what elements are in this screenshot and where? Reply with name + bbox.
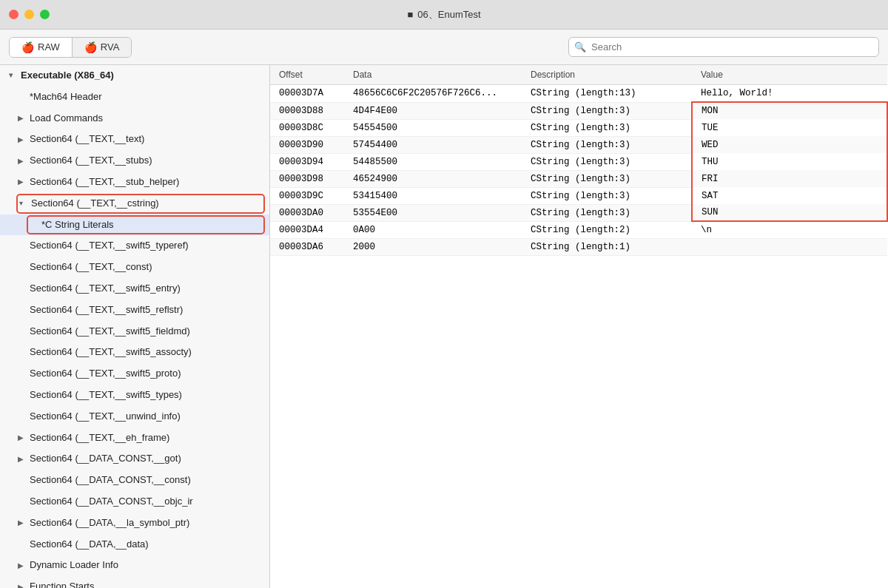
col-header-description: Description (522, 65, 692, 85)
data-table: Offset Data Description Value 00003D7A48… (270, 65, 888, 256)
cell-offset: 00003D90 (270, 136, 344, 153)
sidebar-item-section64-text-swift5-proto[interactable]: Section64 (__TEXT,__swift5_proto) (0, 363, 269, 385)
table-row[interactable]: 00003D9057454400CString (length:3)WED (270, 136, 887, 153)
cell-offset: 00003D8C (270, 119, 344, 136)
cell-description: CString (length:3) (522, 136, 692, 153)
minimize-button[interactable] (24, 10, 34, 19)
table-row[interactable]: 00003D9454485500CString (length:3)THU (270, 153, 887, 170)
sidebar-item-label: Section64 (__TEXT,__text) (30, 132, 144, 147)
table-row[interactable]: 00003DA40A00CString (length:2)\n (270, 221, 887, 239)
tab-rva[interactable]: 🍎 RVA (73, 38, 132, 57)
table-row[interactable]: 00003D884D4F4E00CString (length:3)MON (270, 102, 887, 119)
chevron-icon: ▶ (18, 176, 27, 188)
title-bar: ■ 06、EnumTest (0, 0, 888, 30)
chevron-icon: ▶ (18, 517, 27, 529)
sidebar-item-label: Section64 (__DATA,__la_symbol_ptr) (30, 516, 189, 531)
sidebar: ▾Executable (X86_64)*Mach64 Header▶Load … (0, 65, 270, 588)
sidebar-item-section64-text-swift5-reflstr[interactable]: Section64 (__TEXT,__swift5_reflstr) (0, 300, 269, 321)
sidebar-item-label: Section64 (__DATA_CONST,__objc_ir (30, 494, 193, 510)
close-button[interactable] (9, 10, 18, 19)
sidebar-item-label: *Mach64 Header (30, 89, 102, 105)
sidebar-item-section64-text-swift5-types[interactable]: Section64 (__TEXT,__swift5_types) (0, 385, 269, 406)
main-content: ▾Executable (X86_64)*Mach64 Header▶Load … (0, 65, 888, 588)
sidebar-item-section64-data-data[interactable]: Section64 (__DATA,__data) (0, 534, 269, 555)
cell-description: CString (length:3) (522, 153, 692, 170)
table-row[interactable]: 00003D7A48656C6C6F2C20576F726C6...CStrin… (270, 85, 887, 103)
sidebar-item-section64-text-stubs[interactable]: ▶Section64 (__TEXT,__stubs) (0, 150, 269, 172)
search-icon: 🔍 (574, 41, 586, 53)
rva-icon: 🍎 (84, 41, 97, 53)
cell-description: CString (length:13) (522, 85, 692, 103)
sidebar-item-section64-text-eh-frame[interactable]: ▶Section64 (__TEXT,__eh_frame) (0, 428, 269, 449)
sidebar-item-section64-text-text[interactable]: ▶Section64 (__TEXT,__text) (0, 129, 269, 150)
sidebar-item-label: Section64 (__TEXT,__cstring) (31, 196, 159, 212)
cell-description: CString (length:3) (522, 187, 692, 204)
cell-value: MON (692, 102, 887, 119)
cell-offset: 00003D9C (270, 187, 344, 204)
table-row[interactable]: 00003D9C53415400CString (length:3)SAT (270, 187, 887, 204)
sidebar-item-label: Section64 (__TEXT,__swift5_typeref) (30, 238, 189, 254)
sidebar-item-section64-text-cstring[interactable]: ▾Section64 (__TEXT,__cstring) (0, 193, 269, 214)
sidebar-item-section64-data-la-symbol-ptr[interactable]: ▶Section64 (__DATA,__la_symbol_ptr) (0, 513, 269, 534)
content-panel: Offset Data Description Value 00003D7A48… (270, 65, 888, 588)
chevron-icon: ▶ (18, 453, 27, 465)
sidebar-item-mach64-header[interactable]: *Mach64 Header (0, 87, 269, 108)
cell-data: 54485500 (344, 153, 522, 170)
sidebar-item-label: Section64 (__TEXT,__stubs) (30, 153, 152, 169)
sidebar-item-section64-text-swift5-fieldmd[interactable]: Section64 (__TEXT,__swift5_fieldmd) (0, 321, 269, 342)
table-row[interactable]: 00003DA053554E00CString (length:3)SUN (270, 204, 887, 221)
sidebar-item-label: Section64 (__TEXT,__swift5_entry) (30, 281, 181, 297)
cell-value: THU (692, 153, 887, 170)
search-input[interactable] (568, 37, 879, 57)
raw-icon: 🍎 (21, 41, 34, 53)
sidebar-item-section64-text-swift5-entry[interactable]: Section64 (__TEXT,__swift5_entry) (0, 278, 269, 300)
sidebar-item-load-commands[interactable]: ▶Load Commands (0, 108, 269, 129)
sidebar-item-section64-data-const-got[interactable]: ▶Section64 (__DATA_CONST,__got) (0, 448, 269, 470)
tab-raw[interactable]: 🍎 RAW (10, 38, 73, 57)
table-row[interactable]: 00003DA62000CString (length:1) (270, 239, 887, 256)
sidebar-item-function-starts[interactable]: ▶Function Starts (0, 576, 269, 588)
sidebar-item-label: Section64 (__TEXT,__stub_helper) (30, 175, 179, 190)
sidebar-item-section64-text-stub-helper[interactable]: ▶Section64 (__TEXT,__stub_helper) (0, 172, 269, 193)
sidebar-item-executable[interactable]: ▾Executable (X86_64) (0, 65, 269, 87)
sidebar-item-label: Section64 (__TEXT,__unwind_info) (30, 409, 181, 425)
cell-offset: 00003D94 (270, 153, 344, 170)
cell-value: Hello, World! (692, 85, 887, 103)
sidebar-item-section64-text-swift5-assocty[interactable]: Section64 (__TEXT,__swift5_assocty) (0, 342, 269, 363)
chevron-icon: ▶ (18, 560, 27, 572)
cell-value: TUE (692, 119, 887, 136)
sidebar-item-label: Section64 (__DATA,__data) (30, 537, 149, 552)
cell-value: \n (692, 221, 887, 239)
sidebar-item-section64-text-swift5-typeref[interactable]: Section64 (__TEXT,__swift5_typeref) (0, 235, 269, 257)
cell-data: 53415400 (344, 187, 522, 204)
chevron-icon: ▶ (18, 581, 27, 588)
sidebar-item-c-string-literals[interactable]: *C String Literals (0, 214, 269, 236)
title-icon: ■ (407, 9, 413, 20)
chevron-icon: ▶ (18, 155, 27, 167)
sidebar-item-label: Section64 (__TEXT,__eh_frame) (30, 430, 169, 446)
sidebar-item-label: Section64 (__TEXT,__swift5_fieldmd) (30, 324, 190, 339)
cell-value: FRI (692, 170, 887, 187)
table-row[interactable]: 00003D8C54554500CString (length:3)TUE (270, 119, 887, 136)
cell-description: CString (length:1) (522, 239, 692, 256)
maximize-button[interactable] (40, 10, 50, 19)
cell-offset: 00003DA0 (270, 204, 344, 221)
sidebar-item-label: *C String Literals (41, 217, 114, 233)
cell-data: 2000 (344, 239, 522, 256)
chevron-icon: ▶ (18, 134, 27, 146)
sidebar-item-section64-data-const-const[interactable]: Section64 (__DATA_CONST,__const) (0, 470, 269, 491)
cell-data: 4D4F4E00 (344, 102, 522, 119)
table-row[interactable]: 00003D9846524900CString (length:3)FRI (270, 170, 887, 187)
sidebar-item-section64-text-unwind-info[interactable]: Section64 (__TEXT,__unwind_info) (0, 406, 269, 428)
cell-description: CString (length:2) (522, 221, 692, 239)
cell-value: WED (692, 136, 887, 153)
sidebar-item-label: Section64 (__TEXT,__const) (30, 260, 152, 275)
sidebar-item-section64-data-const-objc-ir[interactable]: Section64 (__DATA_CONST,__objc_ir (0, 491, 269, 513)
sidebar-item-dynamic-loader-info[interactable]: ▶Dynamic Loader Info (0, 555, 269, 576)
window-controls (9, 10, 50, 19)
sidebar-item-label: Section64 (__TEXT,__swift5_reflstr) (30, 303, 183, 318)
sidebar-item-section64-text-const[interactable]: Section64 (__TEXT,__const) (0, 257, 269, 278)
col-header-value: Value (692, 65, 887, 85)
cell-data: 54554500 (344, 119, 522, 136)
window-title: ■ 06、EnumTest (407, 8, 480, 21)
